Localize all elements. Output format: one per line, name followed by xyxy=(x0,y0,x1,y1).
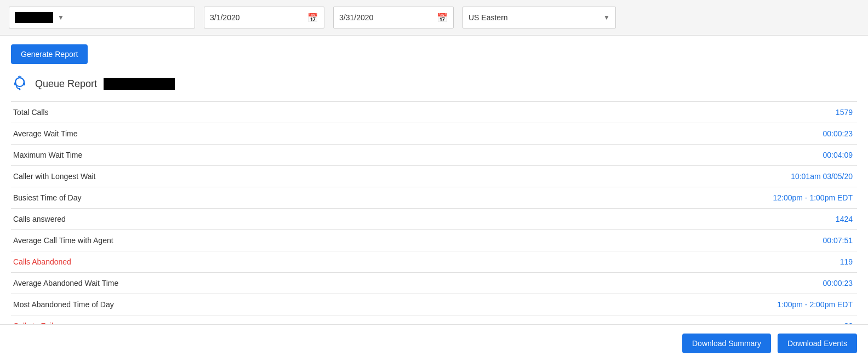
end-date-field[interactable]: 3/31/2020 📅 xyxy=(333,7,454,28)
svg-rect-1 xyxy=(14,82,16,85)
stat-value: 119 xyxy=(484,251,857,273)
stat-label: Calls answered xyxy=(11,209,484,230)
table-row: Calls Abandoned119 xyxy=(11,251,857,273)
queue-selected-value xyxy=(15,12,53,23)
stat-label: Most Abandoned Time of Day xyxy=(11,294,484,315)
start-date-calendar-icon: 📅 xyxy=(307,13,318,23)
svg-point-3 xyxy=(19,89,21,90)
table-row: Calls answered1424 xyxy=(11,209,857,230)
report-name-redacted xyxy=(104,78,175,90)
timezone-dropdown-arrow: ▼ xyxy=(603,14,610,21)
table-row: Maximum Wait Time00:04:09 xyxy=(11,145,857,166)
stat-label: Total Calls xyxy=(11,102,484,123)
headset-icon xyxy=(11,75,28,93)
stat-value: 1424 xyxy=(484,209,857,230)
stat-value: 12:00pm - 1:00pm EDT xyxy=(484,187,857,209)
svg-rect-2 xyxy=(23,82,25,85)
report-header: Queue Report xyxy=(11,75,857,93)
stat-value: 00:04:09 xyxy=(484,145,857,166)
svg-point-4 xyxy=(18,76,19,77)
svg-point-6 xyxy=(20,76,21,77)
table-row: Average Call Time with Agent00:07:51 xyxy=(11,230,857,251)
stat-value: 00:00:23 xyxy=(484,123,857,145)
stat-label: Maximum Wait Time xyxy=(11,145,484,166)
table-row: Total Calls1579 xyxy=(11,102,857,123)
table-row: Caller with Longest Wait10:01am 03/05/20 xyxy=(11,166,857,187)
stat-value: 10:01am 03/05/20 xyxy=(484,166,857,187)
stat-label: Calls Abandoned xyxy=(11,251,484,273)
svg-point-5 xyxy=(19,76,20,77)
generate-report-button[interactable]: Generate Report xyxy=(11,44,88,64)
stat-value: 1579 xyxy=(484,102,857,123)
timezone-dropdown[interactable]: US Eastern ▼ xyxy=(462,7,616,28)
stat-value: 00:07:51 xyxy=(484,230,857,251)
stat-value: 1:00pm - 2:00pm EDT xyxy=(484,294,857,315)
stats-table: Total Calls1579Average Wait Time00:00:23… xyxy=(11,101,857,358)
end-date-calendar-icon: 📅 xyxy=(437,13,448,23)
report-title: Queue Report xyxy=(35,78,97,90)
table-row: Busiest Time of Day12:00pm - 1:00pm EDT xyxy=(11,187,857,209)
stat-label: Busiest Time of Day xyxy=(11,187,484,209)
queue-dropdown-arrow: ▼ xyxy=(58,14,64,21)
end-date-value: 3/31/2020 xyxy=(339,13,437,22)
download-events-button[interactable]: Download Events xyxy=(778,334,857,353)
stat-label: Caller with Longest Wait xyxy=(11,166,484,187)
stat-label: Average Abandoned Wait Time xyxy=(11,273,484,294)
download-summary-button[interactable]: Download Summary xyxy=(682,334,771,353)
table-row: Most Abandoned Time of Day1:00pm - 2:00p… xyxy=(11,294,857,315)
top-bar: ▼ 3/1/2020 📅 3/31/2020 📅 US Eastern ▼ xyxy=(0,0,868,36)
queue-dropdown[interactable]: ▼ xyxy=(9,7,195,28)
table-row: Average Wait Time00:00:23 xyxy=(11,123,857,145)
content-area: Generate Report Queue Report Total Calls… xyxy=(0,36,868,362)
timezone-value: US Eastern xyxy=(469,13,603,22)
table-row: Average Abandoned Wait Time00:00:23 xyxy=(11,273,857,294)
stat-label: Average Call Time with Agent xyxy=(11,230,484,251)
stat-value: 00:00:23 xyxy=(484,273,857,294)
stat-label: Average Wait Time xyxy=(11,123,484,145)
start-date-field[interactable]: 3/1/2020 📅 xyxy=(204,7,324,28)
footer-area: Download Summary Download Events xyxy=(0,324,868,362)
start-date-value: 3/1/2020 xyxy=(210,13,307,22)
